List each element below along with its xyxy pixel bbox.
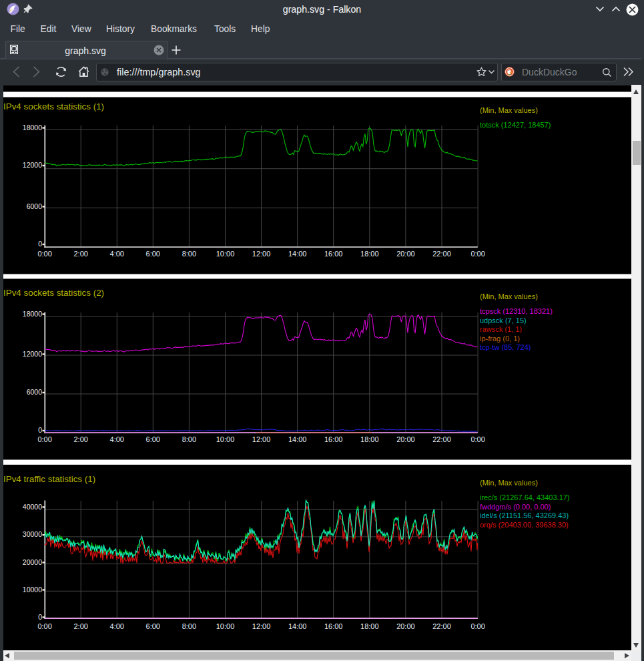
svg-text:8:00: 8:00 <box>182 250 196 258</box>
svg-text:0:00: 0:00 <box>37 622 51 630</box>
svg-text:4:00: 4:00 <box>110 250 124 258</box>
svg-text:0:00: 0:00 <box>37 435 51 443</box>
svg-text:20:00: 20:00 <box>396 250 415 258</box>
svg-text:orq/s (20403.00, 39638.30): orq/s (20403.00, 39638.30) <box>480 521 569 529</box>
svg-text:18000: 18000 <box>23 124 42 132</box>
svg-text:22:00: 22:00 <box>432 250 451 258</box>
svg-text:14:00: 14:00 <box>288 250 307 258</box>
svg-text:tcpsck (12310, 18321): tcpsck (12310, 18321) <box>480 307 553 315</box>
svg-text:10000: 10000 <box>23 586 42 594</box>
svg-text:8:00: 8:00 <box>182 622 196 630</box>
svg-text:40000: 40000 <box>23 503 42 511</box>
svg-text:rawsck (1, 1): rawsck (1, 1) <box>480 325 522 333</box>
svg-text:0:00: 0:00 <box>470 622 485 630</box>
svg-text:(Min, Max values): (Min, Max values) <box>480 106 538 114</box>
svg-text:4:00: 4:00 <box>110 622 124 630</box>
svg-text:2:00: 2:00 <box>73 435 87 443</box>
svg-text:20:00: 20:00 <box>396 435 415 443</box>
svg-text:10:00: 10:00 <box>216 622 235 630</box>
svg-text:IPv4 sockets statistics (2): IPv4 sockets statistics (2) <box>3 288 104 298</box>
svg-text:6000: 6000 <box>27 202 43 210</box>
svg-text:18:00: 18:00 <box>360 622 379 630</box>
svg-text:18000: 18000 <box>23 310 42 318</box>
svg-text:14:00: 14:00 <box>288 622 307 630</box>
svg-text:0: 0 <box>38 240 42 248</box>
svg-text:irec/s (21267.64, 43403.17): irec/s (21267.64, 43403.17) <box>480 493 570 501</box>
svg-text:16:00: 16:00 <box>324 622 343 630</box>
svg-text:6:00: 6:00 <box>146 250 160 258</box>
svg-text:(Min, Max values): (Min, Max values) <box>480 479 538 487</box>
svg-text:udpsck (7, 15): udpsck (7, 15) <box>480 316 527 324</box>
svg-text:8:00: 8:00 <box>182 435 196 443</box>
svg-text:fwddgm/s (0.00, 0.00): fwddgm/s (0.00, 0.00) <box>480 503 551 511</box>
svg-text:IPv4 sockets statistics (1): IPv4 sockets statistics (1) <box>3 101 104 112</box>
svg-text:2:00: 2:00 <box>73 250 87 258</box>
svg-text:16:00: 16:00 <box>324 435 343 443</box>
svg-text:4:00: 4:00 <box>110 435 124 443</box>
svg-text:30000: 30000 <box>23 530 42 538</box>
svg-text:totsck (12427, 18457): totsck (12427, 18457) <box>480 121 551 129</box>
svg-text:14:00: 14:00 <box>288 435 307 443</box>
svg-text:6:00: 6:00 <box>146 622 160 630</box>
svg-text:22:00: 22:00 <box>432 435 451 443</box>
svg-text:0:00: 0:00 <box>37 250 51 258</box>
svg-text:2:00: 2:00 <box>73 622 87 630</box>
svg-text:0:00: 0:00 <box>470 435 485 443</box>
svg-text:10:00: 10:00 <box>216 435 235 443</box>
svg-text:12:00: 12:00 <box>252 435 271 443</box>
svg-text:18:00: 18:00 <box>360 435 379 443</box>
svg-text:0: 0 <box>38 613 42 621</box>
svg-text:18:00: 18:00 <box>360 250 379 258</box>
svg-text:tcp-tw (85, 724): tcp-tw (85, 724) <box>480 343 531 351</box>
svg-text:12000: 12000 <box>23 350 42 358</box>
svg-text:20:00: 20:00 <box>396 622 415 630</box>
svg-text:6000: 6000 <box>27 388 43 396</box>
svg-text:20000: 20000 <box>23 558 42 566</box>
svg-text:0:00: 0:00 <box>470 250 485 258</box>
svg-text:12:00: 12:00 <box>252 250 271 258</box>
svg-text:idel/s (21151.56, 43269.43): idel/s (21151.56, 43269.43) <box>480 511 569 519</box>
svg-text:ip-frag (0, 1): ip-frag (0, 1) <box>480 335 520 343</box>
svg-text:IPv4 traffic statistics (1): IPv4 traffic statistics (1) <box>3 474 95 484</box>
svg-text:10:00: 10:00 <box>216 250 235 258</box>
svg-text:(Min, Max values): (Min, Max values) <box>480 292 538 300</box>
svg-text:12:00: 12:00 <box>252 622 271 630</box>
svg-text:16:00: 16:00 <box>324 250 343 258</box>
svg-text:0: 0 <box>38 426 42 434</box>
svg-text:22:00: 22:00 <box>432 622 451 630</box>
svg-text:12000: 12000 <box>23 161 42 169</box>
svg-text:6:00: 6:00 <box>146 435 160 443</box>
